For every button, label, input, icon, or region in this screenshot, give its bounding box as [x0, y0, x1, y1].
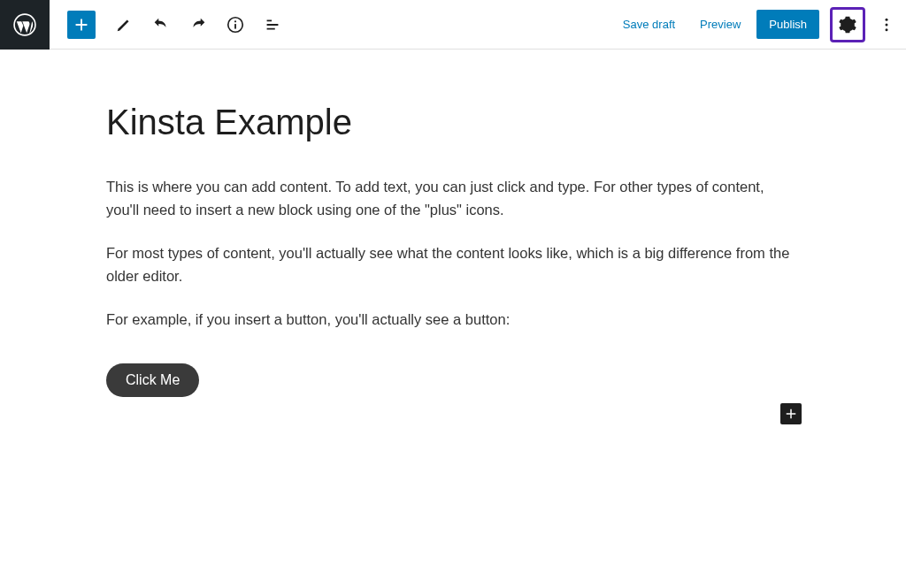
save-draft-button[interactable]: Save draft	[614, 11, 684, 38]
settings-button[interactable]	[830, 7, 865, 42]
svg-rect-3	[234, 24, 236, 29]
more-options-button[interactable]	[874, 9, 899, 41]
add-block-inline-button[interactable]	[780, 403, 802, 424]
paragraph-block[interactable]: For example, if you insert a button, you…	[106, 309, 800, 332]
post-title[interactable]: Kinsta Example	[106, 103, 800, 142]
post-content: This is where you can add content. To ad…	[106, 176, 800, 397]
svg-point-4	[886, 18, 888, 20]
undo-icon[interactable]	[145, 9, 177, 41]
edit-mode-icon[interactable]	[108, 9, 140, 41]
content-button-block[interactable]: Click Me	[106, 363, 199, 397]
wordpress-logo-icon[interactable]	[0, 0, 50, 50]
info-icon[interactable]	[219, 9, 251, 41]
preview-button[interactable]: Preview	[691, 11, 749, 38]
tool-icons-group	[108, 9, 288, 41]
svg-point-2	[234, 20, 236, 22]
editor-toolbar: Save draft Preview Publish	[0, 0, 906, 50]
svg-point-6	[886, 28, 888, 31]
outline-icon[interactable]	[257, 9, 288, 41]
paragraph-block[interactable]: For most types of content, you'll actual…	[106, 242, 800, 287]
publish-button[interactable]: Publish	[756, 10, 819, 39]
add-block-button[interactable]	[67, 11, 96, 39]
plus-icon	[783, 406, 799, 422]
kebab-icon	[878, 16, 895, 34]
editor-content-area: Kinsta Example This is where you can add…	[0, 50, 906, 432]
gear-icon	[838, 15, 857, 34]
redo-icon[interactable]	[182, 9, 214, 41]
svg-point-5	[886, 23, 888, 26]
toolbar-right-actions: Save draft Preview Publish	[614, 7, 899, 42]
paragraph-block[interactable]: This is where you can add content. To ad…	[106, 176, 800, 221]
